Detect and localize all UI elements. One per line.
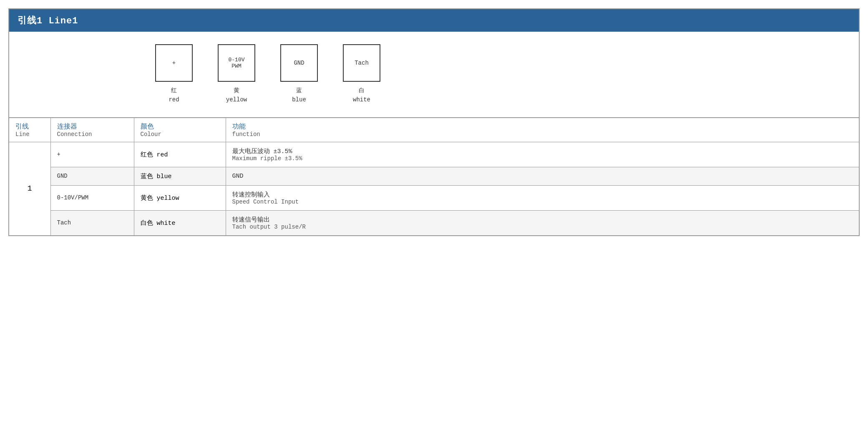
header-function-en: function bbox=[232, 131, 853, 138]
data-row-1: 1 + 红色 red 最大电压波动 ±3.5% Maximum ripple ±… bbox=[9, 142, 859, 167]
connector-box-gnd: GND bbox=[280, 44, 318, 82]
function-tach-zh: 转速信号输出 bbox=[232, 216, 853, 224]
function-gnd-zh: GND bbox=[232, 173, 853, 180]
label-en-white: white bbox=[353, 96, 370, 103]
colour-blue: 蓝色 blue bbox=[134, 167, 226, 185]
connection-pwm: 0-10V/PWM bbox=[50, 185, 134, 210]
function-tach-en: Tach output 3 pulse/R bbox=[232, 224, 853, 230]
page-title: 引线1 Line1 bbox=[18, 16, 78, 26]
function-tach: 转速信号输出 Tach output 3 pulse/R bbox=[226, 210, 859, 236]
main-table: 引线1 Line1 + 红 red 0-10VPWM bbox=[8, 8, 860, 236]
connection-tach: Tach bbox=[50, 210, 134, 236]
connector-label-pwm: 黄 yellow bbox=[226, 86, 247, 105]
diagram-row: + 红 red 0-10VPWM 黄 yellow bbox=[9, 32, 859, 118]
header-line: 引线 Line bbox=[9, 118, 50, 142]
header-function: 功能 function bbox=[226, 118, 859, 142]
connector-plus: + 红 red bbox=[155, 44, 193, 105]
header-connection-zh: 连接器 bbox=[57, 122, 128, 131]
connector-box-pwm: 0-10VPWM bbox=[218, 44, 255, 82]
header-line-zh: 引线 bbox=[15, 122, 44, 131]
label-zh-yellow: 黄 bbox=[234, 87, 239, 94]
function-speed-zh: 转速控制输入 bbox=[232, 191, 853, 199]
label-en-blue: blue bbox=[292, 96, 306, 103]
header-colour-en: Colour bbox=[141, 131, 219, 138]
label-zh-white: 白 bbox=[359, 87, 365, 94]
diagram-container: + 红 red 0-10VPWM 黄 yellow bbox=[155, 44, 850, 105]
data-row-2: GND 蓝色 blue GND bbox=[9, 167, 859, 185]
connector-label-gnd: 蓝 blue bbox=[292, 86, 306, 105]
colour-white: 白色 white bbox=[134, 210, 226, 236]
colour-yellow: 黄色 yellow bbox=[134, 185, 226, 210]
title-cell: 引线1 Line1 bbox=[9, 9, 859, 32]
connector-label-tach: 白 white bbox=[353, 86, 370, 105]
header-connection-en: Connection bbox=[57, 131, 128, 138]
header-colour-zh: 颜色 bbox=[141, 122, 219, 131]
data-row-4: Tach 白色 white 转速信号输出 Tach output 3 pulse… bbox=[9, 210, 859, 236]
connection-plus: + bbox=[50, 142, 134, 167]
label-en-red: red bbox=[169, 96, 179, 103]
header-colour: 颜色 Colour bbox=[134, 118, 226, 142]
connection-gnd: GND bbox=[50, 167, 134, 185]
function-gnd: GND bbox=[226, 167, 859, 185]
connector-box-plus: + bbox=[155, 44, 193, 82]
function-speed: 转速控制输入 Speed Control Input bbox=[226, 185, 859, 210]
header-function-zh: 功能 bbox=[232, 122, 853, 131]
connector-box-tach: Tach bbox=[343, 44, 380, 82]
colour-red: 红色 red bbox=[134, 142, 226, 167]
line-number-1: 1 bbox=[9, 142, 50, 236]
label-zh-blue: 蓝 bbox=[296, 87, 302, 94]
label-zh-red: 红 bbox=[171, 87, 177, 94]
connector-tach: Tach 白 white bbox=[343, 44, 380, 105]
function-ripple-zh: 最大电压波动 ±3.5% bbox=[232, 147, 853, 155]
title-row: 引线1 Line1 bbox=[9, 9, 859, 32]
header-line-en: Line bbox=[15, 131, 44, 138]
label-en-yellow: yellow bbox=[226, 96, 247, 103]
connector-gnd: GND 蓝 blue bbox=[280, 44, 318, 105]
header-connection: 连接器 Connection bbox=[50, 118, 134, 142]
function-speed-en: Speed Control Input bbox=[232, 199, 853, 205]
diagram-cell: + 红 red 0-10VPWM 黄 yellow bbox=[9, 32, 859, 118]
page-wrapper: 引线1 Line1 + 红 red 0-10VPWM bbox=[0, 0, 868, 438]
data-row-3: 0-10V/PWM 黄色 yellow 转速控制输入 Speed Control… bbox=[9, 185, 859, 210]
connector-label-plus: 红 red bbox=[169, 86, 179, 105]
connector-pwm: 0-10VPWM 黄 yellow bbox=[218, 44, 255, 105]
function-ripple: 最大电压波动 ±3.5% Maximum ripple ±3.5% bbox=[226, 142, 859, 167]
function-ripple-en: Maximum ripple ±3.5% bbox=[232, 155, 853, 162]
header-row: 引线 Line 连接器 Connection 颜色 Colour 功能 func… bbox=[9, 118, 859, 142]
